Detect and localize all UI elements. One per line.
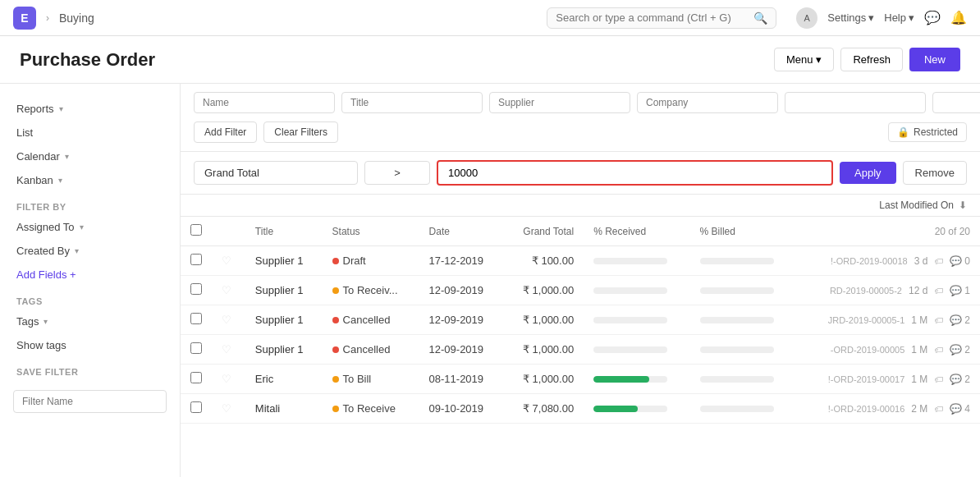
row-amount-cell: ₹ 1,000.00 (503, 365, 584, 394)
filter-name-input[interactable] (13, 390, 167, 413)
row-title-cell[interactable]: Supplier 1 (245, 305, 323, 335)
add-fields-button[interactable]: Add Fields + (0, 263, 180, 287)
sidebar-item-tags[interactable]: Tags ▾ (0, 310, 180, 333)
filter-title-col[interactable] (341, 92, 483, 113)
row-title-cell[interactable]: Eric (245, 365, 323, 394)
add-filter-button[interactable]: Add Filter (194, 122, 257, 143)
row-checkbox[interactable] (190, 401, 202, 413)
row-amount-cell: ₹ 1,000.00 (503, 305, 584, 335)
row-checkbox[interactable] (190, 342, 202, 354)
sort-icon[interactable]: ⬇ (959, 200, 967, 211)
filter-actions-row: Add Filter Clear Filters 🔒 Restricted (194, 122, 967, 143)
row-title-cell[interactable]: Supplier 1 (245, 335, 323, 365)
row-pct-billed-cell (690, 335, 796, 365)
nav-module-label: Buying (59, 11, 94, 25)
filter-operator-selector[interactable]: > (364, 161, 430, 185)
pct-received-fill (593, 406, 638, 412)
favorite-icon[interactable]: ♡ (222, 343, 231, 355)
row-pct-billed-cell (690, 276, 796, 305)
row-title-cell[interactable]: Mitali (245, 394, 323, 424)
filter-col5[interactable] (785, 92, 926, 113)
restricted-badge[interactable]: 🔒 Restricted (888, 122, 967, 142)
row-checkbox[interactable] (190, 372, 202, 383)
col-header-pct-received[interactable]: % Received (584, 217, 689, 246)
select-all-checkbox[interactable] (190, 224, 202, 236)
sidebar-item-show-tags[interactable]: Show tags (0, 333, 180, 357)
col-header-status[interactable]: Status (323, 217, 419, 246)
filter-field-selector[interactable]: Grand Total (194, 161, 358, 185)
row-meta-cell: !-ORD-2019-00018 3 d 🏷 💬 0 (796, 246, 980, 276)
col-header-date[interactable]: Date (419, 217, 504, 246)
comment-icon: 💬 (950, 255, 962, 267)
col-header-pct-billed[interactable]: % Billed (690, 217, 796, 246)
filter-name-col[interactable] (194, 92, 335, 113)
row-checkbox[interactable] (190, 254, 202, 265)
row-status-cell: Draft (323, 246, 419, 276)
col-header-grand-total[interactable]: Grand Total (503, 217, 584, 246)
sidebar: Reports ▾ List Calendar ▾ Kanban ▾ FILTE… (0, 84, 181, 477)
row-pct-received-cell (584, 305, 689, 335)
favorite-icon[interactable]: ♡ (222, 402, 231, 415)
sidebar-item-list[interactable]: List (0, 121, 180, 144)
search-icon: 🔍 (753, 11, 767, 25)
filter-left: Add Filter Clear Filters (194, 122, 338, 143)
sidebar-item-kanban[interactable]: Kanban ▾ (0, 168, 180, 192)
sidebar-item-calendar[interactable]: Calendar ▾ (0, 144, 180, 168)
row-date-cell: 12-09-2019 (419, 335, 504, 365)
row-title-cell[interactable]: Supplier 1 (245, 246, 323, 276)
header-actions: Menu ▾ Refresh New (774, 48, 960, 71)
row-checkbox[interactable] (190, 283, 202, 295)
row-pct-billed-cell (690, 305, 796, 335)
settings-link[interactable]: Settings ▾ (827, 11, 874, 24)
sidebar-item-created-by[interactable]: Created By ▾ (0, 239, 180, 263)
chat-icon[interactable]: 💬 (924, 10, 941, 25)
row-checkbox-cell (181, 394, 212, 424)
comment-icon: 💬 (950, 403, 962, 415)
favorite-icon[interactable]: ♡ (222, 284, 231, 296)
filter-value-input[interactable] (437, 160, 833, 186)
row-fav-cell: ♡ (212, 394, 245, 424)
comment-icon: 💬 (950, 285, 962, 296)
sidebar-item-reports[interactable]: Reports ▾ (0, 97, 180, 121)
status-label: To Bill (343, 373, 372, 385)
remove-button[interactable]: Remove (903, 161, 967, 185)
order-ref: !-ORD-2019-00017 (828, 374, 905, 384)
row-status-cell: Cancelled (323, 335, 419, 365)
filter-company-col[interactable] (637, 92, 778, 113)
top-nav: E › Buying 🔍 A Settings ▾ Help ▾ 💬 🔔 (0, 0, 980, 36)
row-title-cell[interactable]: Supplier 1 (245, 276, 323, 305)
search-input[interactable] (556, 11, 747, 24)
tag-icon: 🏷 (934, 256, 943, 266)
table-row: ♡ Mitali To Receive 09-10-2019 ₹ 7,080.0… (181, 394, 980, 424)
pct-received-bar (593, 406, 667, 412)
page-header: Purchase Order Menu ▾ Refresh New (0, 36, 980, 84)
search-bar[interactable]: 🔍 (547, 7, 776, 29)
apply-button[interactable]: Apply (840, 162, 896, 184)
filter-col6[interactable] (932, 92, 980, 113)
orders-table: Title Status Date Grand Total % Received (181, 217, 980, 424)
menu-caret-icon: ▾ (816, 53, 822, 66)
col-header-fav (212, 217, 245, 246)
row-meta-cell: !-ORD-2019-00017 1 M 🏷 💬 2 (796, 365, 980, 394)
kanban-caret-icon: ▾ (58, 176, 62, 185)
settings-caret-icon: ▾ (868, 11, 874, 24)
menu-button[interactable]: Menu ▾ (774, 48, 835, 71)
row-fav-cell: ♡ (212, 246, 245, 276)
nav-chevron-icon: › (46, 12, 49, 24)
help-link[interactable]: Help ▾ (884, 11, 914, 24)
refresh-button[interactable]: Refresh (840, 48, 903, 71)
new-button[interactable]: New (909, 48, 960, 71)
clear-filters-button[interactable]: Clear Filters (263, 122, 338, 143)
col-header-title[interactable]: Title (245, 217, 323, 246)
row-fav-cell: ♡ (212, 365, 245, 394)
favorite-icon[interactable]: ♡ (222, 314, 231, 326)
sidebar-item-assigned-to[interactable]: Assigned To ▾ (0, 215, 180, 239)
row-amount-cell: ₹ 1,000.00 (503, 276, 584, 305)
favorite-icon[interactable]: ♡ (222, 373, 231, 385)
row-checkbox[interactable] (190, 313, 202, 324)
filter-supplier-col[interactable] (489, 92, 630, 113)
favorite-icon[interactable]: ♡ (222, 255, 231, 267)
time-ago: 2 M (911, 403, 927, 415)
status-dot (332, 346, 339, 353)
bell-icon[interactable]: 🔔 (950, 10, 967, 25)
